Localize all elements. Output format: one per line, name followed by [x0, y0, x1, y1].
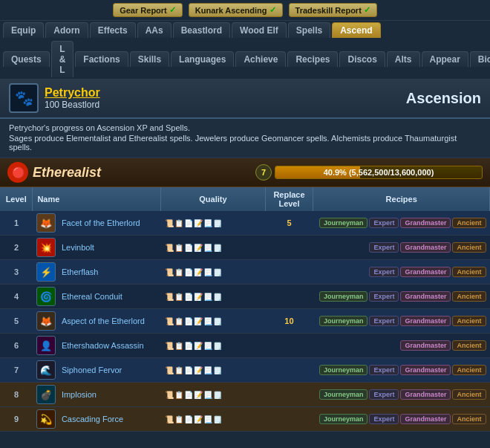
- table-row: 1 🦊 Facet of the Etherlord 📜 📋 📄 📝 📃 🗒️ …: [0, 211, 490, 236]
- tab-spells[interactable]: Spells: [288, 22, 330, 38]
- recipe-journeyman-button[interactable]: Journeyman: [319, 218, 368, 228]
- spell-icon: 🦊: [36, 311, 56, 331]
- tab-beastlord[interactable]: Beastlord: [173, 22, 230, 38]
- tab-ll[interactable]: L & L: [51, 41, 74, 77]
- spell-name-link[interactable]: Siphoned Fervor: [62, 366, 122, 374]
- tab-effects[interactable]: Effects: [90, 22, 136, 38]
- quality-cell: 📜 📋 📄 📝 📃 🗒️: [161, 383, 265, 407]
- kunark-label: Kunark Ascending: [195, 6, 267, 15]
- spell-name-link[interactable]: Etherflash: [62, 267, 99, 276]
- recipe-grandmaster-button[interactable]: Grandmaster: [400, 340, 451, 351]
- tab-adorn[interactable]: Adorn: [45, 22, 88, 38]
- recipe-expert-button[interactable]: Expert: [369, 218, 399, 228]
- tab-alts[interactable]: Alts: [387, 51, 420, 67]
- recipe-grandmaster-button[interactable]: Grandmaster: [400, 365, 451, 375]
- gear-report-button[interactable]: Gear Report ✓: [113, 3, 183, 17]
- recipes-cell: JourneymanExpertGrandmasterAncient: [313, 309, 490, 334]
- spell-name-link[interactable]: Levinbolt: [62, 243, 94, 252]
- spell-icon: 💫: [36, 409, 56, 429]
- recipe-expert-button[interactable]: Expert: [369, 267, 399, 277]
- tab-skills[interactable]: Skills: [130, 51, 169, 67]
- spell-icon: 🦊: [36, 213, 56, 233]
- gear-report-check: ✓: [169, 5, 176, 15]
- tab-factions[interactable]: Factions: [75, 51, 128, 67]
- nav-row2: Quests L & L Factions Skills Languages A…: [0, 39, 490, 79]
- recipe-grandmaster-button[interactable]: Grandmaster: [400, 242, 451, 253]
- quality-cell: 📜 📋 📄 📝 📃 🗒️: [161, 334, 265, 358]
- tab-discos[interactable]: Discos: [339, 51, 385, 67]
- replace-level: [265, 407, 313, 432]
- info-line1: Petrychor's progress on Ascension XP and…: [9, 123, 481, 132]
- recipe-grandmaster-button[interactable]: Grandmaster: [400, 291, 451, 302]
- recipe-expert-button[interactable]: Expert: [369, 389, 399, 400]
- recipe-ancient-button[interactable]: Ancient: [452, 316, 486, 326]
- recipe-journeyman-button[interactable]: Journeyman: [319, 414, 368, 424]
- xp-bar: 40.9% (5,562,500/13,600,000): [275, 166, 483, 179]
- spell-name-link[interactable]: Implosion: [62, 390, 97, 399]
- table-row: 6 👤 Ethershadow Assassin 📜 📋 📄 📝 📃 🗒️ Gr…: [0, 334, 490, 358]
- tradeskill-button[interactable]: Tradeskill Report ✓: [289, 3, 377, 17]
- tab-quests[interactable]: Quests: [3, 51, 50, 67]
- spell-level: 9: [0, 407, 33, 432]
- tab-recipes[interactable]: Recipes: [287, 51, 338, 67]
- recipe-journeyman-button[interactable]: Journeyman: [319, 291, 368, 302]
- recipe-ancient-button[interactable]: Ancient: [452, 340, 486, 351]
- recipe-grandmaster-button[interactable]: Grandmaster: [400, 414, 451, 424]
- spell-name-cell: 🌊 Siphoned Fervor: [33, 358, 161, 383]
- recipe-expert-button[interactable]: Expert: [369, 414, 399, 424]
- recipe-ancient-button[interactable]: Ancient: [452, 389, 486, 400]
- tab-aas[interactable]: AAs: [137, 22, 172, 38]
- quality-cell: 📜 📋 📄 📝 📃 🗒️: [161, 285, 265, 309]
- recipe-ancient-button[interactable]: Ancient: [452, 365, 486, 375]
- spell-name-link[interactable]: Aspect of the Etherlord: [62, 316, 145, 325]
- recipe-expert-button[interactable]: Expert: [369, 316, 399, 326]
- spell-name-cell: 🌀 Ethereal Conduit: [33, 285, 161, 309]
- class-name: Etherealist: [33, 165, 101, 181]
- spell-name-link[interactable]: Facet of the Etherlord: [62, 218, 140, 227]
- recipe-expert-button[interactable]: Expert: [369, 365, 399, 375]
- recipe-ancient-button[interactable]: Ancient: [452, 218, 486, 228]
- spell-icon: 🌊: [36, 360, 56, 380]
- tab-appear[interactable]: Appear: [422, 51, 468, 67]
- spell-level: 6: [0, 334, 33, 358]
- spell-icon: 🌀: [36, 287, 56, 306]
- recipe-ancient-button[interactable]: Ancient: [452, 242, 486, 253]
- tab-languages[interactable]: Languages: [171, 51, 234, 67]
- recipe-journeyman-button[interactable]: Journeyman: [319, 316, 368, 326]
- spell-level: 1: [0, 211, 33, 236]
- spell-icon: 👤: [36, 336, 56, 355]
- spell-name-cell: 🦊 Aspect of the Etherlord: [33, 309, 161, 334]
- spell-level: 5: [0, 309, 33, 334]
- recipe-grandmaster-button[interactable]: Grandmaster: [400, 389, 451, 400]
- spell-name-link[interactable]: Ethereal Conduit: [62, 292, 122, 301]
- spell-name-cell: ⚡ Etherflash: [33, 260, 161, 285]
- recipe-journeyman-button[interactable]: Journeyman: [319, 389, 368, 400]
- recipe-ancient-button[interactable]: Ancient: [452, 291, 486, 302]
- tab-woodelf[interactable]: Wood Elf: [232, 22, 287, 38]
- char-name[interactable]: Petrychor: [45, 86, 100, 100]
- kunark-button[interactable]: Kunark Ascending ✓: [189, 3, 283, 17]
- spell-name-link[interactable]: Ethershadow Assassin: [62, 341, 144, 350]
- recipe-expert-button[interactable]: Expert: [369, 242, 399, 253]
- replace-level: 5: [265, 211, 313, 236]
- tab-bio[interactable]: Bio: [470, 51, 490, 67]
- char-info: 🐾 Petrychor 100 Beastlord: [9, 83, 100, 113]
- recipe-expert-button[interactable]: Expert: [369, 291, 399, 302]
- tab-equip[interactable]: Equip: [3, 22, 44, 38]
- recipe-grandmaster-button[interactable]: Grandmaster: [400, 267, 451, 277]
- recipe-journeyman-button[interactable]: Journeyman: [319, 365, 368, 375]
- spell-name-cell: 💫 Cascading Force: [33, 407, 161, 432]
- spells-table: Level Name Quality Replace Level Recipes…: [0, 187, 490, 432]
- recipe-grandmaster-button[interactable]: Grandmaster: [400, 316, 451, 326]
- spells-table-wrapper[interactable]: Level Name Quality Replace Level Recipes…: [0, 187, 490, 432]
- spell-name-link[interactable]: Cascading Force: [62, 415, 123, 423]
- recipe-ancient-button[interactable]: Ancient: [452, 414, 486, 424]
- tab-achieve[interactable]: Achieve: [235, 51, 286, 67]
- table-row: 4 🌀 Ethereal Conduit 📜 📋 📄 📝 📃 🗒️ Journe…: [0, 285, 490, 309]
- recipes-cell: GrandmasterAncient: [313, 334, 490, 358]
- tab-ascend[interactable]: Ascend: [332, 22, 380, 38]
- recipe-ancient-button[interactable]: Ancient: [452, 267, 486, 277]
- quality-cell: 📜 📋 📄 📝 📃 🗒️: [161, 236, 265, 260]
- recipe-grandmaster-button[interactable]: Grandmaster: [400, 218, 451, 228]
- spells-tbody: 1 🦊 Facet of the Etherlord 📜 📋 📄 📝 📃 🗒️ …: [0, 211, 490, 432]
